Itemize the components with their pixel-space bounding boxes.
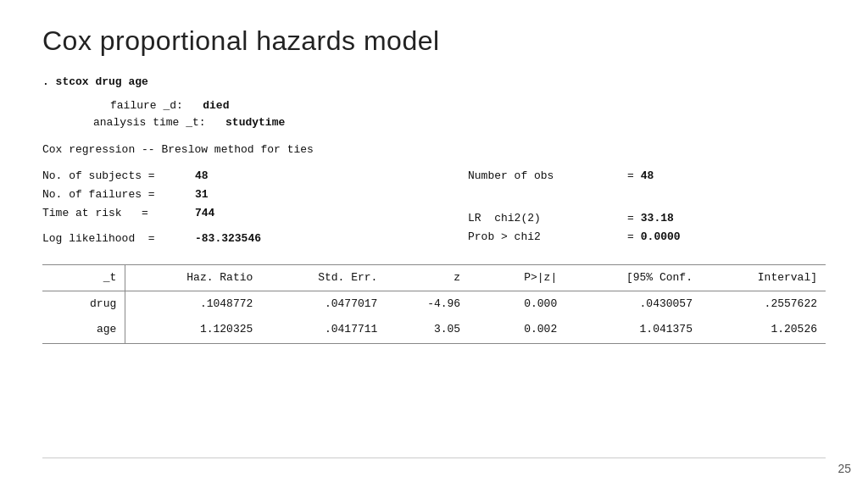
col-header-p: P>|z|	[469, 265, 565, 291]
command-line: . stcox drug age	[42, 74, 826, 91]
failure-value: died	[203, 99, 229, 112]
page-number: 25	[837, 462, 851, 475]
cell-drug-conf2: .2557622	[701, 291, 826, 318]
slide-title: Cox proportional hazards model	[42, 25, 826, 57]
table-row-age: age 1.120325 .0417711 3.05 0.002 1.04137…	[42, 317, 826, 343]
stat-row-subjects: No. of subjects = 48	[42, 168, 400, 185]
col-header-conf1: [95% Conf.	[565, 265, 701, 291]
cell-drug-conf1: .0430057	[565, 291, 701, 318]
col-header-t: _t	[42, 265, 125, 291]
stat-row-failures: No. of failures = 31	[42, 186, 400, 203]
cell-age-conf2: 1.20526	[701, 317, 826, 343]
table-header: _t Haz. Ratio Std. Err. z P>|z| [95% Con…	[42, 265, 826, 291]
analysis-label: analysis time _t:	[93, 116, 206, 129]
analysis-line: analysis time _t: studytime	[93, 114, 826, 131]
stata-command: . stcox drug age	[42, 75, 148, 88]
bottom-divider	[42, 458, 826, 458]
failure-line: failure _d: died	[110, 97, 826, 114]
stats-section: No. of subjects = 48 No. of failures = 3…	[42, 168, 826, 250]
stat-row-chi2: LR chi2(2) = 33.18	[468, 210, 826, 227]
stat-row-prob: Prob > chi2 = 0.0000	[468, 229, 826, 246]
cell-age-std: .0417711	[261, 317, 386, 343]
col-header-z: z	[386, 265, 469, 291]
stats-right: Number of obs = 48 LR chi2(2) = 33.18 Pr…	[400, 168, 826, 250]
results-table: _t Haz. Ratio Std. Err. z P>|z| [95% Con…	[42, 264, 826, 343]
cell-drug-z: -4.96	[386, 291, 469, 318]
method-line: Cox regression -- Breslow method for tie…	[42, 141, 826, 158]
failure-label: failure _d:	[110, 99, 183, 112]
col-header-conf2: Interval]	[701, 265, 826, 291]
stat-row-obs: Number of obs = 48	[468, 168, 826, 185]
cell-age-z: 3.05	[386, 317, 469, 343]
cell-drug-p: 0.000	[469, 291, 565, 318]
code-output: . stcox drug age failure _d: died analys…	[42, 74, 826, 344]
cell-age-p: 0.002	[469, 317, 565, 343]
col-header-haz: Haz. Ratio	[125, 265, 262, 291]
cell-age-t: age	[42, 317, 125, 343]
cell-drug-std: .0477017	[261, 291, 386, 318]
stats-left: No. of subjects = 48 No. of failures = 3…	[42, 168, 400, 250]
analysis-value: studytime	[225, 116, 285, 129]
cell-drug-t: drug	[42, 291, 125, 318]
cell-age-haz: 1.120325	[125, 317, 262, 343]
slide: Cox proportional hazards model . stcox d…	[0, 0, 868, 488]
col-header-std: Std. Err.	[261, 265, 386, 291]
table-row-drug: drug .1048772 .0477017 -4.96 0.000 .0430…	[42, 291, 826, 318]
cell-age-conf1: 1.041375	[565, 317, 701, 343]
cell-drug-haz: .1048772	[125, 291, 262, 318]
stat-row-risk: Time at risk = 744	[42, 205, 400, 222]
stat-row-loglik: Log likelihood = -83.323546	[42, 230, 400, 247]
